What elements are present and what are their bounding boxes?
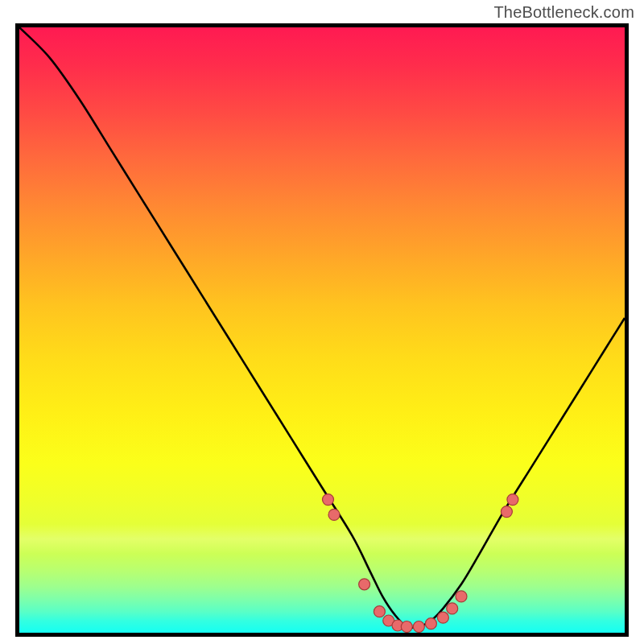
curve-marker [323,494,334,506]
marker-group [323,494,518,633]
curve-marker [413,621,424,633]
bottleneck-chart-svg [19,27,625,633]
chart-container [15,23,629,637]
curve-marker [328,509,340,520]
curve-marker [374,606,385,617]
curve-marker [401,621,412,633]
curve-marker [437,612,448,623]
curve-marker [501,506,512,518]
curve-marker [447,603,458,614]
curve-marker [507,494,518,506]
watermark-text: TheBottleneck.com [493,3,634,22]
curve-marker [456,591,467,602]
bottleneck-curve-path [19,27,625,628]
curve-marker [425,618,436,630]
curve-marker [359,579,370,590]
